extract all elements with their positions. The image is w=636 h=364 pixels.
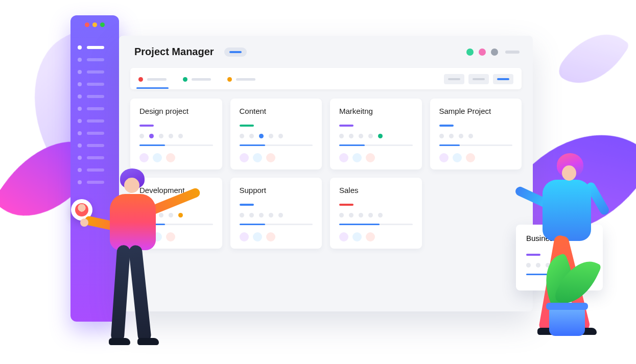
- progress-bar: [439, 144, 513, 146]
- toolbar-button[interactable]: [468, 74, 489, 84]
- plant-decor: [549, 308, 585, 336]
- maximize-icon[interactable]: [100, 22, 105, 27]
- progress-bar: [339, 224, 413, 225]
- member-avatars: [439, 153, 513, 162]
- status-dots: [139, 134, 213, 138]
- status-dots: [439, 134, 513, 138]
- project-title: Sales: [339, 186, 413, 195]
- sidebar-item[interactable]: [70, 115, 119, 127]
- dot-icon: [227, 77, 232, 82]
- progress-bar: [240, 224, 313, 225]
- header-avatars: [466, 48, 520, 56]
- sidebar-item[interactable]: [70, 54, 119, 66]
- member-avatars: [339, 153, 413, 162]
- avatar-more[interactable]: [505, 51, 520, 54]
- title-pill-button[interactable]: [224, 47, 247, 57]
- accent-bar: [339, 125, 354, 127]
- progress-bar: [240, 144, 313, 146]
- toolbar-button[interactable]: [444, 74, 464, 84]
- project-card[interactable]: Content: [230, 99, 322, 169]
- project-title: Markeitng: [339, 107, 413, 115]
- sidebar-item[interactable]: [70, 127, 119, 139]
- filter-tab[interactable]: [227, 77, 255, 82]
- person-illustration-left: [89, 168, 192, 347]
- sidebar-item[interactable]: [70, 152, 119, 164]
- project-title: Design project: [139, 107, 213, 115]
- sidebar-item[interactable]: [70, 103, 119, 115]
- sidebar-item[interactable]: [70, 139, 119, 152]
- accent-bar: [240, 204, 254, 206]
- status-dots: [339, 213, 413, 217]
- member-avatars: [339, 232, 413, 241]
- member-avatars: [240, 232, 313, 241]
- project-card[interactable]: Sample Project: [430, 99, 522, 169]
- minimize-icon[interactable]: [92, 22, 97, 27]
- project-title: Sample Project: [439, 107, 513, 115]
- project-card[interactable]: Design project: [130, 99, 222, 169]
- toolbar-actions: [444, 74, 513, 84]
- dot-icon: [183, 77, 187, 82]
- tabs: [138, 77, 255, 82]
- avatar[interactable]: [479, 48, 486, 56]
- titlebar: Project Manager: [119, 36, 533, 63]
- sidebar-item[interactable]: [70, 41, 119, 54]
- progress-bar: [139, 144, 213, 146]
- member-avatars: [139, 153, 213, 162]
- project-title: Content: [240, 107, 313, 115]
- status-dots: [240, 213, 313, 217]
- dot-icon: [138, 77, 143, 82]
- project-card[interactable]: Support: [230, 178, 322, 249]
- project-title: Support: [240, 186, 313, 195]
- toolbar: [130, 68, 522, 89]
- status-dots: [339, 134, 413, 138]
- sidebar-item[interactable]: [70, 78, 119, 90]
- accent-bar: [139, 125, 154, 127]
- illustration-stage: Project Manager: [0, 0, 636, 364]
- avatar[interactable]: [466, 48, 474, 56]
- filter-tab[interactable]: [183, 77, 211, 82]
- leaf-decor: [555, 18, 630, 99]
- project-card[interactable]: Markeitng: [330, 99, 422, 169]
- project-card[interactable]: Sales: [330, 178, 422, 249]
- sidebar-item[interactable]: [70, 66, 119, 78]
- accent-bar: [439, 125, 454, 127]
- accent-bar: [339, 204, 354, 206]
- member-avatars: [240, 153, 313, 162]
- window-traffic-lights: [70, 22, 119, 27]
- accent-bar: [240, 125, 254, 127]
- toolbar-button-primary[interactable]: [493, 74, 513, 84]
- close-icon[interactable]: [85, 22, 89, 27]
- progress-bar: [339, 144, 413, 146]
- filter-tab[interactable]: [138, 77, 167, 82]
- avatar[interactable]: [491, 48, 498, 56]
- status-dots: [240, 134, 313, 138]
- sidebar-item[interactable]: [70, 90, 119, 103]
- page-title: Project Manager: [134, 46, 214, 58]
